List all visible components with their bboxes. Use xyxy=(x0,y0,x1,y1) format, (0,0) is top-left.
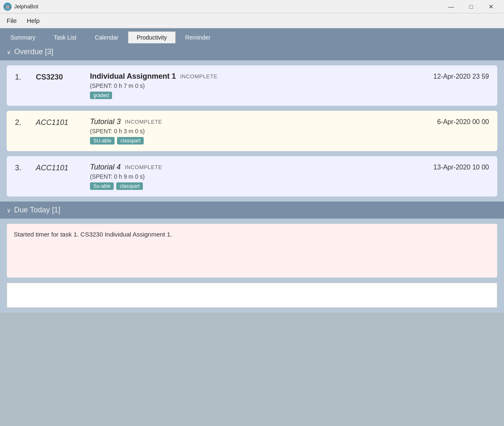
notification-box: Started timer for task 1. CS3230 Individ… xyxy=(7,224,497,278)
task-status: INCOMPLETE xyxy=(180,73,217,80)
task-title-row: Individual Assignment 1 INCOMPLETE xyxy=(90,72,406,81)
tab-calendar[interactable]: Calendar xyxy=(86,31,127,43)
app-title: JelphaBot xyxy=(14,3,442,10)
task-tags: graded xyxy=(90,92,406,99)
tag-graded: graded xyxy=(90,92,112,99)
tab-reminder[interactable]: Reminder xyxy=(177,31,220,43)
close-button[interactable]: ✕ xyxy=(482,0,501,13)
due-today-section-header[interactable]: ∨ Due Today [1] xyxy=(0,202,504,219)
due-today-header-label: Due Today [1] xyxy=(14,206,60,214)
task-status: INCOMPLETE xyxy=(125,119,162,125)
task-spent: (SPENT: 0 h 9 m 0 s) xyxy=(90,173,406,180)
tab-task-list[interactable]: Task List xyxy=(45,31,85,43)
due-today-chevron-icon: ∨ xyxy=(7,207,11,214)
task-deadline: 13-Apr-2020 10 00 xyxy=(406,163,489,171)
overdue-tasks-area: 1. CS3230 Individual Assignment 1 INCOMP… xyxy=(0,60,504,202)
tab-productivity[interactable]: Productivity xyxy=(128,31,175,43)
task-number: 3. xyxy=(15,163,36,172)
tag-su-able: Su-able xyxy=(90,182,114,190)
task-course: CS3230 xyxy=(36,72,90,82)
tag-su-able: SU-able xyxy=(90,137,115,144)
tag-classpart: classpart xyxy=(117,137,144,144)
task-details: Tutorial 3 INCOMPLETE (SPENT: 0 h 3 m 0 … xyxy=(90,117,406,144)
task-number: 1. xyxy=(15,72,36,82)
task-tags: SU-able classpart xyxy=(90,137,406,144)
task-title: Tutorial 4 xyxy=(90,163,121,172)
maximize-button[interactable]: □ xyxy=(462,0,481,13)
task-deadline: 6-Apr-2020 00 00 xyxy=(406,117,489,126)
task-title-row: Tutorial 3 INCOMPLETE xyxy=(90,117,406,126)
task-course: ACC1101 xyxy=(36,163,90,172)
title-bar: 🤖 JelphaBot — □ ✕ xyxy=(0,0,504,13)
task-deadline: 12-Apr-2020 23 59 xyxy=(406,72,489,80)
task-details: Tutorial 4 INCOMPLETE (SPENT: 0 h 9 m 0 … xyxy=(90,163,406,190)
task-row[interactable]: 1. CS3230 Individual Assignment 1 INCOMP… xyxy=(7,65,497,106)
minimize-button[interactable]: — xyxy=(442,0,461,13)
task-row[interactable]: 2. ACC1101 Tutorial 3 INCOMPLETE (SPENT:… xyxy=(7,111,497,151)
tag-classpart: classpart xyxy=(116,182,143,190)
task-title: Tutorial 3 xyxy=(90,117,121,126)
task-title: Individual Assignment 1 xyxy=(90,72,176,81)
task-title-row: Tutorial 4 INCOMPLETE xyxy=(90,163,406,172)
task-tags: Su-able classpart xyxy=(90,182,406,190)
overdue-chevron-icon: ∨ xyxy=(7,49,11,55)
notification-text: Started timer for task 1. CS3230 Individ… xyxy=(14,231,172,238)
main-content: ∨ Overdue [3] 1. CS3230 Individual Assig… xyxy=(0,43,504,426)
command-input[interactable] xyxy=(7,283,497,308)
task-status: INCOMPLETE xyxy=(125,164,162,170)
menu-file[interactable]: File xyxy=(2,15,22,26)
tab-summary[interactable]: Summary xyxy=(2,31,44,43)
due-today-area: Started timer for task 1. CS3230 Individ… xyxy=(0,219,504,313)
menu-bar: File Help xyxy=(0,13,504,28)
task-details: Individual Assignment 1 INCOMPLETE (SPEN… xyxy=(90,72,406,99)
task-row[interactable]: 3. ACC1101 Tutorial 4 INCOMPLETE (SPENT:… xyxy=(7,156,497,197)
app-logo: 🤖 xyxy=(3,2,12,11)
task-spent: (SPENT: 0 h 3 m 0 s) xyxy=(90,128,406,135)
menu-help[interactable]: Help xyxy=(22,15,45,26)
task-course: ACC1101 xyxy=(36,117,90,127)
window-controls: — □ ✕ xyxy=(442,0,501,13)
task-spent: (SPENT: 0 h 7 m 0 s) xyxy=(90,82,406,89)
tab-bar: Summary Task List Calendar Productivity … xyxy=(0,28,504,43)
overdue-section-header[interactable]: ∨ Overdue [3] xyxy=(0,43,504,60)
task-number: 2. xyxy=(15,117,36,127)
overdue-header-label: Overdue [3] xyxy=(14,47,53,56)
